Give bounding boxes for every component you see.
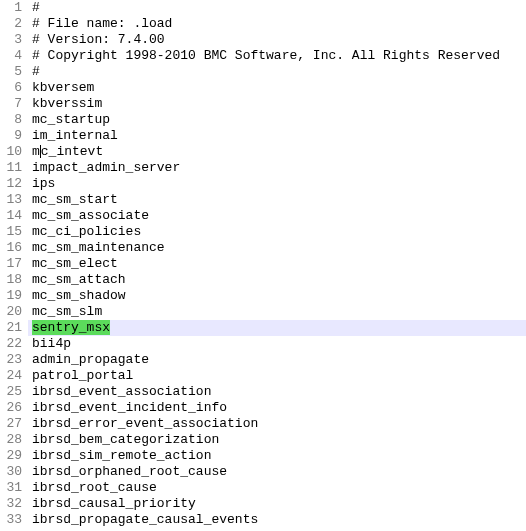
line-number: 31	[0, 480, 22, 496]
code-line[interactable]: ibrsd_propagate_causal_events	[28, 512, 526, 528]
line-number: 10	[0, 144, 22, 160]
line-number: 8	[0, 112, 22, 128]
code-line[interactable]: ibrsd_sim_remote_action	[28, 448, 526, 464]
line-number: 25	[0, 384, 22, 400]
code-line[interactable]: mc_sm_elect	[28, 256, 526, 272]
code-line[interactable]: # Version: 7.4.00	[28, 32, 526, 48]
code-line[interactable]: mc_sm_start	[28, 192, 526, 208]
code-line[interactable]: ibrsd_bem_categorization	[28, 432, 526, 448]
line-number: 26	[0, 400, 22, 416]
line-number: 24	[0, 368, 22, 384]
line-number: 16	[0, 240, 22, 256]
code-line[interactable]: mc_sm_associate	[28, 208, 526, 224]
code-line[interactable]: # File name: .load	[28, 16, 526, 32]
line-number: 17	[0, 256, 22, 272]
code-line[interactable]: kbverssim	[28, 96, 526, 112]
line-number-gutter: 1234567891011121314151617181920212223242…	[0, 0, 28, 531]
line-number: 2	[0, 16, 22, 32]
line-number: 21	[0, 320, 22, 336]
line-number: 12	[0, 176, 22, 192]
line-number: 33	[0, 512, 22, 528]
code-line[interactable]: # Copyright 1998-2010 BMC Software, Inc.…	[28, 48, 526, 64]
line-number: 3	[0, 32, 22, 48]
code-line[interactable]: patrol_portal	[28, 368, 526, 384]
line-number: 30	[0, 464, 22, 480]
code-line[interactable]: im_internal	[28, 128, 526, 144]
code-line[interactable]: #	[28, 0, 526, 16]
code-line[interactable]: ips	[28, 176, 526, 192]
line-number: 22	[0, 336, 22, 352]
line-number: 6	[0, 80, 22, 96]
line-number: 19	[0, 288, 22, 304]
line-number: 5	[0, 64, 22, 80]
code-line[interactable]: mc_sm_shadow	[28, 288, 526, 304]
line-number: 18	[0, 272, 22, 288]
line-number: 13	[0, 192, 22, 208]
line-number: 29	[0, 448, 22, 464]
code-area[interactable]: ## File name: .load# Version: 7.4.00# Co…	[28, 0, 526, 531]
code-line[interactable]: impact_admin_server	[28, 160, 526, 176]
code-line[interactable]: kbversem	[28, 80, 526, 96]
line-number: 27	[0, 416, 22, 432]
code-line[interactable]: ibrsd_event_association	[28, 384, 526, 400]
line-number: 14	[0, 208, 22, 224]
code-line[interactable]: mc_startup	[28, 112, 526, 128]
line-number: 20	[0, 304, 22, 320]
line-number: 23	[0, 352, 22, 368]
code-line[interactable]: mc_ci_policies	[28, 224, 526, 240]
line-number: 15	[0, 224, 22, 240]
selected-text[interactable]: sentry_msx	[32, 320, 110, 335]
code-line[interactable]: mc_intevt	[28, 144, 526, 160]
code-line[interactable]: ibrsd_orphaned_root_cause	[28, 464, 526, 480]
code-line[interactable]: admin_propagate	[28, 352, 526, 368]
line-number: 1	[0, 0, 22, 16]
code-line[interactable]: sentry_msx	[28, 320, 526, 336]
code-line[interactable]: ibrsd_root_cause	[28, 480, 526, 496]
code-line[interactable]: ibrsd_error_event_association	[28, 416, 526, 432]
code-line[interactable]: ibrsd_causal_priority	[28, 496, 526, 512]
code-line[interactable]: mc_sm_slm	[28, 304, 526, 320]
line-number: 9	[0, 128, 22, 144]
line-number: 11	[0, 160, 22, 176]
line-number: 4	[0, 48, 22, 64]
code-line[interactable]: ibrsd_event_incident_info	[28, 400, 526, 416]
code-editor[interactable]: 1234567891011121314151617181920212223242…	[0, 0, 526, 531]
line-number: 32	[0, 496, 22, 512]
code-line[interactable]: #	[28, 64, 526, 80]
code-line[interactable]: bii4p	[28, 336, 526, 352]
line-number: 7	[0, 96, 22, 112]
line-number: 28	[0, 432, 22, 448]
code-line[interactable]: mc_sm_maintenance	[28, 240, 526, 256]
code-line[interactable]: mc_sm_attach	[28, 272, 526, 288]
